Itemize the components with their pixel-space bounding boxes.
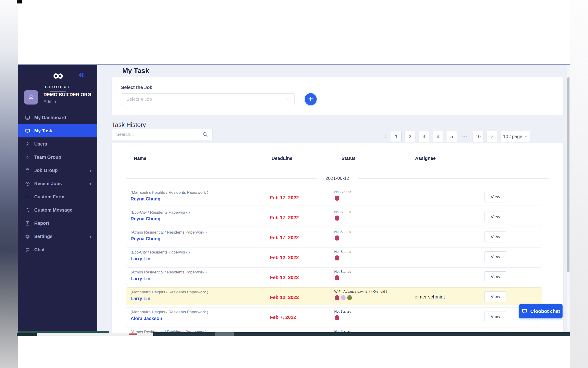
- pagination-page-3[interactable]: 3: [419, 131, 429, 142]
- org-role: Admin: [44, 99, 56, 104]
- right-margin-gradient: [570, 0, 588, 368]
- task-job-label: (Eco-City / Residents Paperwork ): [131, 210, 190, 215]
- status-dot: [335, 215, 339, 221]
- task-status-label: Not Started: [334, 190, 351, 194]
- sidebar-item-label: Recent Jobs: [34, 181, 62, 186]
- pagination-ellipsis[interactable]: •••: [460, 135, 469, 138]
- status-dot: [335, 315, 339, 320]
- pagination-page-1[interactable]: 1: [391, 131, 401, 142]
- pagination-page-5[interactable]: 5: [446, 131, 457, 142]
- sidebar-item-users[interactable]: Users: [18, 138, 97, 151]
- task-name-link[interactable]: Reyna Chung: [131, 196, 160, 202]
- task-row: (Mahaputra Heights / Residents Paperwork…: [126, 307, 542, 325]
- sidebar-item-settings[interactable]: Settings▼: [18, 230, 97, 243]
- report-icon: [25, 221, 30, 226]
- scrollbar-thumb[interactable]: [567, 77, 570, 272]
- sidebar-item-label: Custom Message: [34, 207, 72, 213]
- left-margin-gradient: [0, 0, 18, 368]
- sidebar-item-label: Settings: [34, 234, 53, 239]
- task-deadline: Feb 12, 2022: [270, 275, 299, 280]
- view-button[interactable]: View: [484, 251, 506, 262]
- task-job-label: (Eco-City / Residents Paperwork ): [131, 250, 190, 255]
- add-job-button[interactable]: +: [305, 93, 317, 105]
- chevron-down-icon: [525, 136, 527, 138]
- sidebar-item-chat[interactable]: Chat: [18, 243, 97, 256]
- view-button[interactable]: View: [484, 291, 506, 302]
- chevron-down-icon: ▼: [89, 182, 92, 186]
- status-dot: [335, 255, 339, 260]
- task-deadline: Feb 12, 2022: [270, 294, 299, 300]
- sidebar-item-label: Chat: [34, 247, 44, 252]
- chevron-down-icon: [286, 98, 289, 100]
- task-name-link[interactable]: Alora Jackson: [131, 316, 162, 321]
- sidebar-item-job-group[interactable]: Job Group▼: [18, 164, 97, 177]
- view-button[interactable]: View: [484, 271, 506, 282]
- sidebar-item-my-dashboard[interactable]: My Dashboard: [18, 111, 97, 124]
- sidebar-item-custom-form[interactable]: Custom Form: [18, 190, 97, 203]
- chevron-down-icon: ▼: [89, 168, 92, 172]
- sidebar-item-team-group[interactable]: Team Group: [18, 151, 97, 164]
- view-button[interactable]: View: [484, 212, 506, 222]
- view-button[interactable]: View: [484, 311, 506, 322]
- task-row: (Atmos Residential / Residents Paperwork…: [126, 228, 542, 245]
- avatar: [24, 90, 38, 104]
- task-job-label: (Mahaputra Heights / Residents Paperwork…: [131, 190, 208, 195]
- status-dot: [335, 295, 339, 300]
- user-avatar-icon: [27, 93, 35, 101]
- view-button[interactable]: View: [484, 192, 506, 202]
- task-name-link[interactable]: Reyna Chung: [131, 236, 160, 241]
- sidebar-item-report[interactable]: Report: [18, 217, 97, 230]
- task-deadline: Feb 17, 2022: [270, 235, 299, 240]
- user-icon: [25, 142, 30, 147]
- column-header-deadline: DeadLine: [272, 156, 292, 161]
- pagination-page-2[interactable]: 2: [405, 131, 415, 142]
- page-size-select[interactable]: 10 / page: [500, 131, 530, 142]
- top-left-black-chip: [17, 0, 22, 3]
- task-name-link[interactable]: Larry Lin: [131, 276, 150, 281]
- task-status-label: Not Started: [334, 230, 351, 234]
- job-select-placeholder: Select a Job: [126, 97, 152, 102]
- status-dot: [335, 235, 339, 240]
- pagination-next[interactable]: >: [487, 131, 497, 142]
- task-row: (Mahaputra Heights / Residents Paperwork…: [126, 188, 542, 205]
- sidebar-item-custom-message[interactable]: Custom Message: [18, 203, 97, 217]
- bottom-white-area: [18, 336, 570, 368]
- form-icon: [25, 194, 30, 200]
- task-job-label: (Mahaputra Heights / Residents Paperwork…: [131, 310, 208, 314]
- pagination-prev[interactable]: <: [382, 134, 387, 139]
- task-status-label: Not Started: [334, 250, 351, 254]
- task-deadline: Feb 17, 2022: [270, 195, 299, 201]
- search-input[interactable]: [112, 129, 198, 140]
- pagination-page-4[interactable]: 4: [432, 131, 443, 142]
- pagination-page-10[interactable]: 10: [473, 131, 483, 142]
- sidebar-item-label: Job Group: [34, 168, 58, 173]
- status-dot: [335, 275, 339, 280]
- sidebar-item-my-task[interactable]: My Task: [18, 124, 97, 138]
- task-job-label: (Atmos Residential / Residents Paperwork…: [131, 230, 207, 235]
- sidebar-item-label: Team Group: [34, 155, 61, 160]
- search-button[interactable]: [198, 129, 212, 140]
- sidebar-collapse-icon[interactable]: «: [79, 70, 84, 79]
- task-deadline: Feb 12, 2022: [270, 255, 299, 260]
- status-dot: [341, 295, 346, 300]
- sidebar-item-label: My Task: [34, 128, 52, 133]
- task-status-dots: [335, 235, 339, 240]
- page-title: My Task: [122, 67, 149, 75]
- sidebar-item-label: My Dashboard: [34, 115, 66, 120]
- task-status-dots: [335, 275, 339, 280]
- task-status-label: Not Started: [334, 310, 351, 313]
- task-status-dots: [335, 295, 352, 300]
- column-header-status: Status: [342, 156, 356, 161]
- view-button[interactable]: View: [484, 231, 506, 242]
- task-name-link[interactable]: Reyna Chung: [131, 216, 160, 221]
- task-name-link[interactable]: Larry Lin: [131, 256, 150, 261]
- monitor-icon: [25, 115, 30, 120]
- cloobot-chat-button[interactable]: Cloobot chat: [519, 304, 562, 318]
- gear-icon: [25, 234, 30, 239]
- task-row: (Eco-City / Residents Paperwork )Reyna C…: [126, 208, 542, 225]
- task-deadline: Feb 17, 2022: [270, 215, 299, 220]
- chat-button-label: Cloobot chat: [530, 308, 560, 314]
- sidebar-item-recent-jobs[interactable]: Recent Jobs▼: [18, 177, 97, 190]
- task-name-link[interactable]: Larry Lin: [131, 296, 150, 301]
- job-select-dropdown[interactable]: Select a Job: [121, 93, 295, 105]
